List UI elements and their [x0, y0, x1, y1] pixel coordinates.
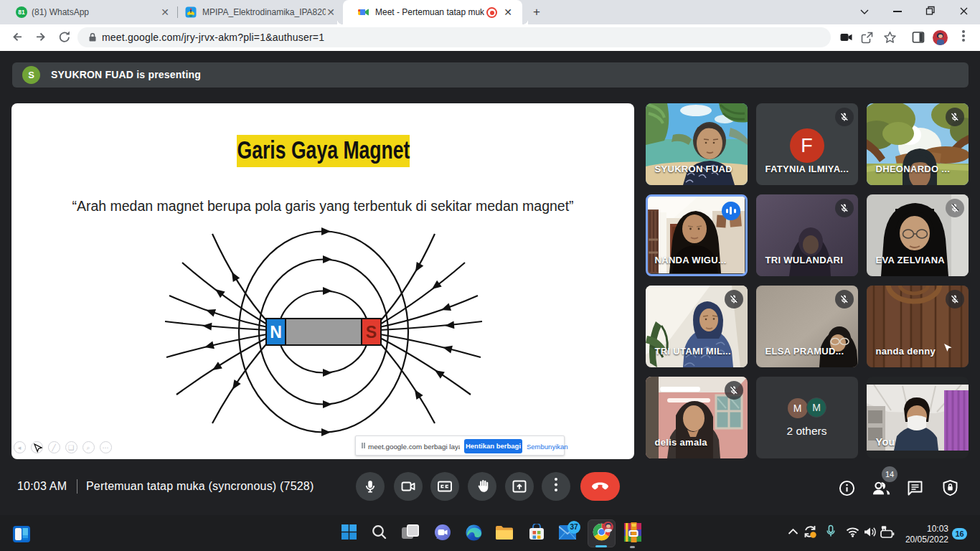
svg-text:S: S — [366, 323, 377, 342]
svg-text:N: N — [270, 323, 282, 342]
